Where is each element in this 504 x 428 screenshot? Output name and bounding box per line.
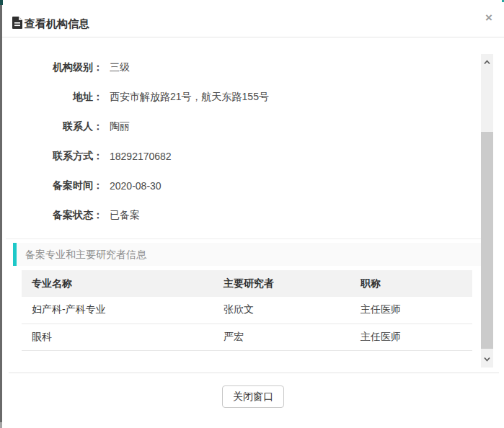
page-corner-top-left [0, 0, 3, 5]
field-row: 备案时间：2020-08-30 [22, 171, 454, 200]
field-label: 联系方式： [22, 150, 103, 163]
scroll-up-icon[interactable] [484, 59, 490, 66]
view-org-info-modal: 查看机构信息 × 机构级别：三级地址：西安市解放路21号，航天东路155号联系人… [2, 0, 504, 428]
table-header-row: 专业名称主要研究者职称 [22, 270, 472, 297]
scrollbar-thumb[interactable] [481, 132, 493, 349]
page-left-edge-bottom [0, 422, 2, 428]
field-label: 联系人： [22, 120, 103, 133]
field-row: 备案状态：已备案 [22, 200, 454, 230]
table-header-cell: 专业名称 [22, 270, 224, 297]
field-value: 2020-08-30 [110, 180, 162, 192]
vertical-scrollbar[interactable] [481, 54, 493, 367]
field-label: 机构级别： [22, 61, 103, 74]
table-cell: 主任医师 [361, 297, 472, 324]
close-window-button[interactable]: 关闭窗口 [222, 385, 284, 408]
table-cell: 主任医师 [361, 324, 472, 350]
table-row: 妇产科-产科专业张欣文主任医师 [22, 297, 472, 324]
table-cell: 妇产科-产科专业 [22, 297, 224, 324]
page-background: 查看机构信息 × 机构级别：三级地址：西安市解放路21号，航天东路155号联系人… [0, 0, 504, 428]
modal-header: 查看机构信息 × [2, 0, 504, 37]
field-label: 备案时间： [22, 179, 103, 192]
section-title: 备案专业和主要研究者信息 [25, 249, 146, 260]
table-header-cell: 主要研究者 [224, 270, 361, 297]
field-value: 已备案 [110, 209, 140, 222]
close-icon[interactable]: × [485, 12, 492, 24]
field-list: 机构级别：三级地址：西安市解放路21号，航天东路155号联系人：陶丽联系方式：1… [22, 53, 454, 230]
field-value: 三级 [110, 61, 130, 74]
table-header-cell: 职称 [361, 270, 472, 297]
field-label: 地址： [22, 91, 103, 104]
field-row: 地址：西安市解放路21号，航天东路155号 [22, 82, 454, 112]
table-cell: 严宏 [224, 324, 361, 350]
field-row: 联系方式：18292170682 [22, 141, 454, 171]
page-left-edge [0, 4, 2, 422]
researcher-table: 专业名称主要研究者职称 妇产科-产科专业张欣文主任医师眼科严宏主任医师 [22, 270, 472, 351]
field-row: 联系人：陶丽 [22, 112, 454, 141]
scroll-down-icon[interactable] [484, 356, 490, 362]
modal-title: 查看机构信息 [25, 17, 89, 31]
table-cell: 眼科 [22, 324, 224, 350]
field-value: 西安市解放路21号，航天东路155号 [110, 91, 269, 104]
field-value: 18292170682 [110, 151, 172, 162]
section-header: 备案专业和主要研究者信息 [13, 243, 482, 266]
field-value: 陶丽 [110, 120, 130, 133]
field-label: 备案状态： [22, 209, 103, 222]
table-body: 妇产科-产科专业张欣文主任医师眼科严宏主任医师 [22, 297, 472, 350]
modal-footer: 关闭窗口 [2, 373, 504, 428]
document-icon [12, 17, 22, 29]
field-row: 机构级别：三级 [22, 53, 454, 82]
table-row: 眼科严宏主任医师 [22, 324, 472, 350]
section-divider [6, 238, 482, 239]
table-cell: 张欣文 [224, 297, 361, 324]
